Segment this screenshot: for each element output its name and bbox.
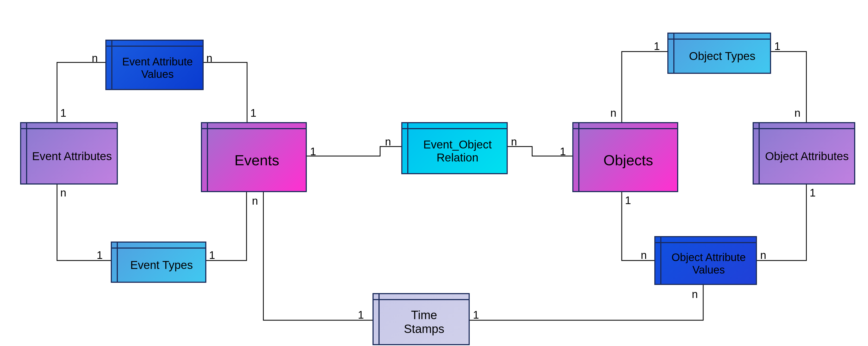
cardinality: 1 [774, 40, 780, 52]
entity-event-attributes: Event Attributes [20, 122, 118, 185]
cardinality: 1 [97, 249, 103, 261]
cardinality: n [610, 107, 616, 119]
entity-label: Object Attributes [760, 129, 854, 184]
cardinality: n [92, 52, 98, 64]
entity-event-object-relation: Event_ObjectRelation [401, 122, 508, 174]
cardinality: n [692, 288, 698, 301]
entity-label: Object Types [674, 40, 770, 73]
cardinality: 1 [625, 194, 631, 207]
cardinality: 1 [473, 309, 479, 321]
cardinality: 1 [60, 107, 66, 119]
entity-object-attributes: Object Attributes [753, 122, 855, 185]
cardinality: 1 [810, 187, 815, 199]
entity-label: Event_ObjectRelation [408, 129, 507, 173]
cardinality: n [511, 136, 517, 148]
cardinality: 1 [250, 107, 256, 119]
entity-label: Object AttributeValues [661, 243, 756, 284]
entity-label: TimeStamps [379, 300, 469, 344]
cardinality: 1 [654, 40, 660, 52]
cardinality: 1 [358, 309, 364, 321]
entity-label: Event Types [118, 249, 205, 282]
entity-objects: Objects [572, 122, 678, 192]
cardinality: n [252, 195, 258, 207]
cardinality: n [641, 249, 647, 261]
entity-label: Event Attributes [27, 129, 117, 184]
entity-label: Events [208, 129, 306, 191]
cardinality: n [795, 107, 800, 119]
cardinality: n [206, 52, 212, 64]
entity-event-types: Event Types [111, 242, 206, 283]
entity-time-stamps: TimeStamps [372, 293, 470, 345]
cardinality: 1 [209, 249, 215, 261]
entity-label: Event AttributeValues [113, 47, 203, 89]
cardinality: n [760, 249, 766, 261]
entity-object-attribute-values: Object AttributeValues [654, 236, 757, 285]
cardinality: 1 [560, 146, 566, 158]
diagram-canvas: Event AttributeValues Event Attributes E… [0, 0, 868, 346]
entity-object-types: Object Types [668, 33, 771, 74]
cardinality: n [385, 136, 391, 148]
cardinality: n [60, 187, 66, 199]
entity-event-attribute-values: Event AttributeValues [105, 40, 204, 90]
entity-label: Objects [579, 129, 677, 191]
cardinality: 1 [310, 146, 316, 158]
entity-events: Events [201, 122, 307, 192]
